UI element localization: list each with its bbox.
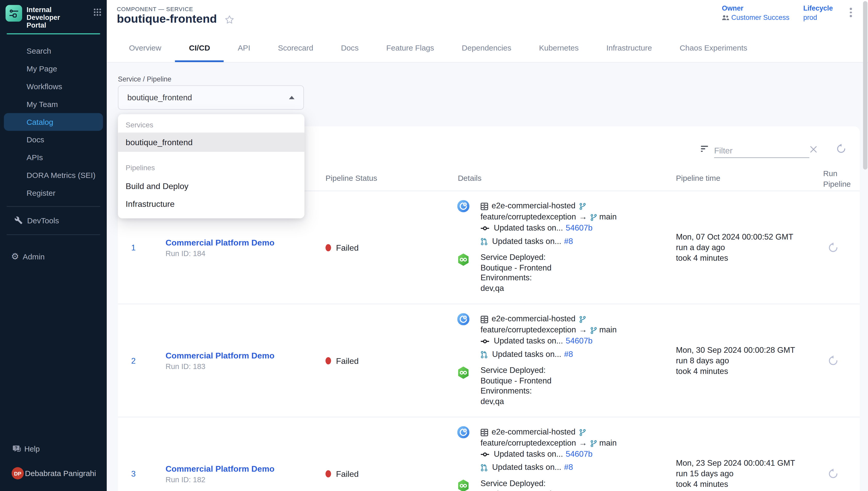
pipeline-name-link[interactable]: Commercial Platform Demo [165,237,275,247]
dropdown-entry-label: Pipelines [126,164,155,172]
sidebar-nav-item[interactable]: APIs [0,148,107,166]
devtools-label: DevTools [27,216,59,225]
col-pipeline-status: Pipeline Status [326,174,377,182]
service-name: Boutique - Frontend [480,262,551,273]
tab[interactable]: CI/CD [175,35,224,62]
source-branch[interactable]: feature/corruptedexception [480,437,576,449]
tab[interactable]: Kubernetes [525,35,592,62]
commit-link[interactable]: 54607b [566,449,592,460]
pr-link[interactable]: #8 [564,462,573,473]
sidebar-item-admin[interactable]: ⚙ Admin [0,247,107,266]
pipeline-name-link[interactable]: Commercial Platform Demo [165,350,275,360]
tab-bar: Overview CI/CD API Scorecard Docs [107,35,868,62]
environments-value: dev,qa [480,283,551,293]
pipeline-name-cell: Commercial Platform Demo Run ID: 183 [165,350,275,370]
logo-row: Internal Developer Portal [0,0,107,29]
run-date: Mon, 07 Oct 2024 00:00:52 GMT [676,232,793,242]
target-branch[interactable]: main [599,437,617,449]
pipeline-time-cell: Mon, 30 Sep 2024 00:00:28 GMT run 8 days… [676,345,795,376]
tab[interactable]: Scorecard [264,35,327,62]
service-deployed-label: Service Deployed: [480,365,551,375]
sidebar-nav-item[interactable]: Catalog [4,113,103,131]
sidebar-nav-label: My Team [27,100,58,109]
status-cell: Failed [326,356,359,366]
deploy-details-group: Service Deployed: Boutique - Frontend En… [457,252,679,293]
sidebar-nav: Search My Page Workflows [0,42,107,202]
user-menu[interactable]: DP Debabrata Panigrahi [0,462,107,484]
status-text: Failed [336,243,359,252]
breadcrumb: COMPONENT — SERVICE [117,5,193,12]
sidebar-nav-item[interactable]: Docs [0,131,107,148]
rerun-pipeline-button[interactable] [828,355,839,366]
refresh-icon[interactable] [836,144,846,154]
pr-icon [480,462,488,473]
arrow-right-icon: → [579,324,587,335]
tab[interactable]: Dependencies [448,35,525,62]
sidebar-nav-item[interactable]: Search [0,42,107,60]
sidebar-item-devtools[interactable]: DevTools [0,211,107,230]
dropdown-entry[interactable]: Pipelines [118,152,305,177]
harness-logo-icon[interactable] [5,5,22,21]
pr-link[interactable]: #8 [564,349,573,360]
target-branch[interactable]: main [599,324,617,335]
kebab-menu-icon[interactable] [847,8,855,19]
owner-link[interactable]: Customer Success [732,14,789,22]
repo-icon [480,200,488,211]
dropdown-entry[interactable]: Build and Deploy [118,177,305,195]
pr-message: Updated tasks on... [492,235,561,247]
dropdown-entry[interactable]: Services [118,118,305,133]
sidebar-spacer [0,266,107,441]
sidebar-nav-item[interactable]: My Team [0,95,107,113]
sidebar-nav-item[interactable]: DORA Metrics (SEI) [0,166,107,184]
pr-message: Updated tasks on... [492,349,561,360]
deploy-details-group: Service Deployed: Boutique - Frontend En… [457,365,679,406]
repo-name[interactable]: e2e-commercial-hosted [492,313,575,324]
rerun-pipeline-button[interactable] [828,242,839,253]
commit-link[interactable]: 54607b [566,222,592,233]
tab[interactable]: Feature Flags [372,35,448,62]
commit-link[interactable]: 54607b [566,335,592,346]
pr-link[interactable]: #8 [564,235,573,247]
sidebar-nav-item[interactable]: My Page [0,60,107,78]
tab[interactable]: Docs [327,35,372,62]
sidebar-nav-item[interactable]: Workflows [0,78,107,95]
environments-value: dev,qa [480,396,551,406]
scrollbar-thumb[interactable] [863,1,867,169]
source-branch[interactable]: feature/corruptedexception [480,324,576,335]
clear-filter-icon[interactable] [810,146,817,153]
sidebar-item-help[interactable]: ? Help [0,441,107,458]
favorite-star-icon[interactable] [225,15,234,24]
service-pipeline-select[interactable]: boutique_frontend [118,85,304,110]
tab-label: Infrastructure [607,43,652,52]
status-text: Failed [336,469,359,479]
commit-icon [480,449,489,460]
sidebar-nav-label: APIs [27,153,43,162]
dropdown-entry[interactable]: boutique_frontend [118,133,305,152]
help-label: Help [25,445,40,453]
tab[interactable]: Overview [115,35,175,62]
app-grid-icon[interactable] [94,8,101,16]
dropdown-entry[interactable]: Infrastructure [118,195,305,213]
repo-name[interactable]: e2e-commercial-hosted [492,200,575,211]
repo-name[interactable]: e2e-commercial-hosted [492,426,575,437]
target-branch[interactable]: main [599,211,617,222]
filter-input[interactable] [714,143,809,158]
sidebar: Internal Developer Portal Search [0,0,107,491]
pipeline-name-link[interactable]: Commercial Platform Demo [165,464,275,473]
rerun-pipeline-button[interactable] [828,468,839,479]
gear-icon: ⚙ [11,247,19,266]
sidebar-nav-item[interactable]: Register [0,184,107,202]
source-branch[interactable]: feature/corruptedexception [480,211,576,222]
repo-icon [480,313,488,324]
branch-icon [579,200,586,211]
pr-icon [480,235,488,247]
row-index: 2 [131,356,135,365]
cd-icon [457,253,469,293]
failed-dot-icon [326,244,331,251]
run-ago: run a day ago [676,242,793,253]
tab[interactable]: API [224,35,264,62]
pipeline-time-cell: Mon, 23 Sep 2024 00:00:41 GMT run 15 day… [676,458,795,489]
tab[interactable]: Chaos Experiments [666,35,761,62]
tab[interactable]: Infrastructure [592,35,666,62]
row-index: 3 [131,469,135,478]
